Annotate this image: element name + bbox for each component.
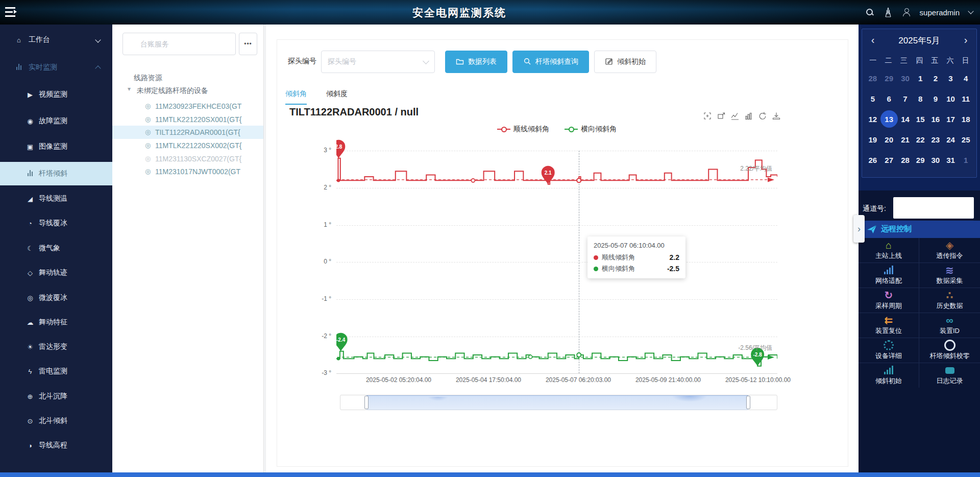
remote-action-nodes[interactable]: ∴历史数据 — [919, 288, 980, 313]
calendar-date[interactable]: 11 — [958, 88, 973, 109]
sidebar-item[interactable]: ⊕北斗沉降 — [0, 386, 112, 407]
calendar-date[interactable]: 30 — [898, 68, 913, 88]
calendar-date[interactable]: 31 — [943, 150, 959, 170]
calendar-date[interactable]: 1 — [913, 68, 928, 88]
sidebar-item[interactable]: ☾微气象 — [0, 238, 112, 258]
calendar-date[interactable]: 8 — [913, 88, 928, 109]
datazoom-handle-left[interactable] — [364, 396, 369, 409]
tree-collapse-caret[interactable]: ▾ — [128, 85, 131, 92]
line-chart-icon[interactable] — [730, 111, 740, 121]
restore-icon[interactable] — [758, 111, 767, 121]
tree-root-node[interactable]: 线路资源 — [134, 74, 162, 83]
calendar-date[interactable]: 22 — [913, 129, 928, 150]
tree-device-item[interactable]: ◎11MTLK221220SX001(GT{ — [112, 113, 263, 126]
datazoom-handle-right[interactable] — [746, 396, 750, 409]
sidebar-item[interactable]: ◔导线覆冰 — [0, 213, 112, 233]
button-folder[interactable]: 数据列表 — [445, 51, 507, 73]
sidebar-item[interactable]: ▣图像监测 — [0, 136, 112, 157]
calendar-date[interactable]: 1 — [958, 150, 973, 170]
caret-down-icon[interactable] — [968, 8, 973, 14]
tree-device-item[interactable]: ◎11M231017NJWT0002(GT — [112, 165, 263, 178]
calendar-date[interactable]: 5 — [865, 88, 880, 109]
remote-action-reset-arrows[interactable]: ⇇装置复位 — [859, 313, 919, 338]
calendar-date[interactable]: 27 — [880, 150, 898, 170]
button-edit[interactable]: 倾斜初始 — [594, 51, 656, 73]
zoom-reset-icon[interactable] — [717, 111, 726, 121]
calendar-date[interactable]: 25 — [958, 129, 973, 150]
tree-more-button[interactable]: ••• — [239, 33, 257, 55]
calendar-date[interactable]: 9 — [928, 88, 943, 109]
remote-action-chat[interactable]: 日志记录 — [919, 363, 980, 388]
username[interactable]: superadmin — [920, 8, 960, 17]
calendar-date[interactable]: 2 — [928, 68, 943, 88]
calendar-date[interactable]: 15 — [913, 109, 928, 129]
tab-active[interactable]: 倾斜角 — [285, 89, 307, 105]
tree-device-item[interactable]: ◎11MTLK221220SX002(GT{ — [112, 139, 263, 152]
legend-item[interactable]: 横向倾斜角 — [565, 125, 617, 134]
calendar-date[interactable]: 3 — [943, 68, 959, 88]
remote-action-bar-chart[interactable]: 倾斜初始 — [859, 363, 919, 388]
calendar-date[interactable]: 21 — [898, 129, 913, 150]
channel-input[interactable] — [893, 197, 974, 219]
sidebar-item[interactable]: ◇舞动轨迹 — [0, 263, 112, 283]
sidebar-item[interactable]: ◑导线高程 — [0, 435, 112, 456]
button-magnifier[interactable]: 杆塔倾斜查询 — [512, 51, 589, 73]
sidebar-item[interactable]: ☀雷达形变 — [0, 337, 112, 357]
sidebar-item[interactable]: ⊙北斗倾斜 — [0, 411, 112, 431]
calendar-date[interactable]: 28 — [898, 150, 913, 170]
sidebar-item[interactable]: ϟ雷电监测 — [0, 361, 112, 381]
remote-action-gear[interactable]: 设备详细 — [859, 338, 919, 363]
legend-item[interactable]: 顺线倾斜角 — [497, 125, 549, 134]
remote-action-wave[interactable]: ≋数据采集 — [919, 263, 980, 288]
bar-chart-icon[interactable] — [744, 111, 753, 121]
sidebar-item[interactable]: ▶视频监测 — [0, 84, 112, 105]
calendar-date-selected[interactable]: 13 — [880, 109, 898, 129]
calendar-date[interactable]: 29 — [880, 68, 898, 88]
remote-action-chain[interactable]: ∞装置ID — [919, 313, 980, 338]
calendar-date[interactable]: 14 — [898, 109, 913, 129]
remote-action-house[interactable]: ⌂主站上线 — [859, 238, 919, 263]
tab-inactive[interactable]: 倾斜度 — [326, 89, 348, 105]
tree-device-item[interactable]: ◎11M230923FEKHCE03(GT — [112, 100, 263, 113]
remote-action-bars[interactable]: 网络适配 — [859, 263, 919, 288]
user-icon[interactable] — [902, 8, 911, 16]
tower-icon[interactable] — [883, 7, 893, 18]
calendar-date[interactable]: 17 — [943, 109, 959, 129]
tree-search-input[interactable] — [122, 33, 236, 55]
menu-icon[interactable] — [5, 7, 18, 18]
sidebar-section-realtime-monitor[interactable]: 实时监测 — [0, 57, 112, 78]
calendar-date[interactable]: 26 — [865, 150, 880, 170]
search-icon[interactable] — [866, 8, 874, 16]
calendar-date[interactable]: 19 — [865, 129, 880, 150]
sidebar-item[interactable]: ◎微波覆冰 — [0, 288, 112, 308]
remote-action-ring[interactable]: 杆塔倾斜校零 — [919, 338, 980, 363]
calendar-date[interactable]: 28 — [865, 68, 880, 88]
calendar-date[interactable]: 29 — [913, 150, 928, 170]
calendar-date[interactable]: 23 — [928, 129, 943, 150]
calendar-next-button[interactable]: › — [959, 33, 972, 46]
calendar-date[interactable]: 10 — [943, 88, 959, 109]
calendar-date[interactable]: 24 — [943, 129, 959, 150]
tree-group-node[interactable]: 未绑定线路杆塔的设备 — [137, 86, 208, 96]
sidebar-item-workbench[interactable]: ⌂工作台 — [0, 30, 112, 50]
tree-device-item[interactable]: ◎11M231130SXCZ0027(GT{ — [112, 152, 263, 165]
calendar-date[interactable]: 6 — [880, 88, 898, 109]
calendar-date[interactable]: 18 — [958, 109, 973, 129]
sidebar-item[interactable]: ☁舞动特征 — [0, 312, 112, 332]
datazoom-slider[interactable] — [340, 395, 777, 410]
panel-collapse-handle[interactable]: › — [853, 215, 865, 243]
calendar-date[interactable]: 16 — [928, 109, 943, 129]
calendar-date[interactable]: 7 — [898, 88, 913, 109]
tree-device-item[interactable]: ◎TILT1122RADAR0001(GT{ — [112, 126, 263, 139]
calendar-date[interactable]: 30 — [928, 150, 943, 170]
sidebar-item[interactable]: ◢导线测温 — [0, 188, 112, 209]
calendar-date[interactable]: 4 — [958, 68, 973, 88]
probe-number-select[interactable]: 探头编号 — [321, 51, 435, 73]
save-image-icon[interactable] — [772, 111, 781, 121]
remote-action-pinwheel[interactable]: ◈透传指令 — [919, 238, 980, 263]
sidebar-item[interactable]: ◉故障监测 — [0, 111, 112, 131]
datazoom-selection[interactable] — [366, 395, 748, 410]
area-zoom-icon[interactable] — [703, 111, 712, 121]
remote-action-cycle[interactable]: ↻采样周期 — [859, 288, 919, 313]
calendar-date[interactable]: 12 — [865, 109, 880, 129]
